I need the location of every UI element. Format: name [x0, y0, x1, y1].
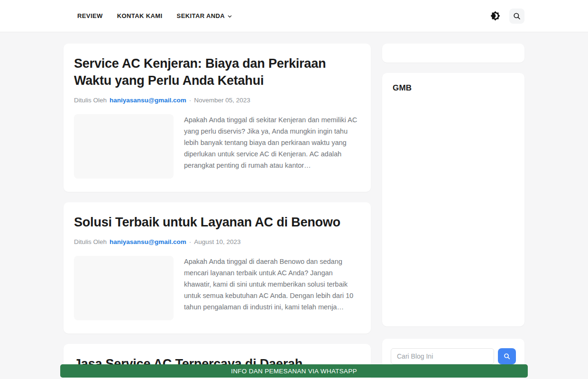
author-prefix: Ditulis Oleh — [74, 238, 107, 245]
sidebar-gmb-widget: GMB — [382, 73, 524, 326]
post-thumbnail[interactable] — [74, 114, 174, 179]
main-nav: REVIEW KONTAK KAMI SEKITAR ANDA — [64, 12, 232, 19]
author-link[interactable]: haniyasansu@gmail.com — [110, 238, 186, 245]
post-meta: Ditulis Oleh haniyasansu@gmail.com · Aug… — [74, 238, 359, 245]
author-link[interactable]: haniyasansu@gmail.com — [110, 97, 186, 104]
whatsapp-info-bar[interactable]: INFO DAN PEMESANAN VIA WHATSAPP — [60, 364, 528, 378]
blog-search-input[interactable] — [391, 348, 494, 364]
meta-separator: · — [189, 238, 192, 245]
brightness-toggle-icon — [490, 11, 500, 21]
post-list: Service AC Kenjeran: Biaya dan Perkiraan… — [64, 44, 371, 379]
post-title-link[interactable]: Solusi Terbaik untuk Layanan AC di Benow… — [74, 214, 359, 231]
post-card: Solusi Terbaik untuk Layanan AC di Benow… — [64, 202, 371, 334]
header-search-button[interactable] — [509, 9, 524, 24]
nav-item-label: KONTAK KAMI — [117, 12, 163, 19]
post-card: Service AC Kenjeran: Biaya dan Perkiraan… — [64, 44, 371, 192]
nav-item-review[interactable]: REVIEW — [77, 12, 103, 19]
post-thumbnail[interactable] — [74, 256, 174, 320]
post-date: August 10, 2023 — [194, 238, 240, 245]
search-icon — [513, 12, 521, 20]
chevron-down-icon — [227, 14, 232, 19]
post-title-link[interactable]: Service AC Kenjeran: Biaya dan Perkiraan… — [74, 55, 359, 89]
sidebar: GMB — [382, 44, 524, 379]
nav-item-sekitar-anda[interactable]: SEKITAR ANDA — [177, 12, 233, 19]
meta-separator: · — [189, 97, 192, 104]
post-meta: Ditulis Oleh haniyasansu@gmail.com · Nov… — [74, 97, 359, 104]
author-prefix: Ditulis Oleh — [74, 97, 107, 104]
nav-item-label: REVIEW — [77, 12, 103, 19]
blog-search-submit-button[interactable] — [498, 348, 516, 364]
gmb-widget-title: GMB — [393, 83, 514, 93]
sidebar-empty-widget — [382, 44, 524, 63]
post-excerpt: Apakah Anda tinggal di daerah Benowo dan… — [184, 256, 359, 320]
post-excerpt: Apakah Anda tinggal di sekitar Kenjeran … — [184, 114, 359, 179]
search-icon — [503, 352, 511, 360]
post-date: November 05, 2023 — [194, 97, 250, 104]
top-header: REVIEW KONTAK KAMI SEKITAR ANDA — [0, 0, 588, 32]
theme-toggle-button[interactable] — [487, 9, 503, 24]
nav-item-kontak-kami[interactable]: KONTAK KAMI — [117, 12, 163, 19]
whatsapp-info-label: INFO DAN PEMESANAN VIA WHATSAPP — [231, 368, 357, 375]
nav-item-label: SEKITAR ANDA — [177, 12, 225, 19]
